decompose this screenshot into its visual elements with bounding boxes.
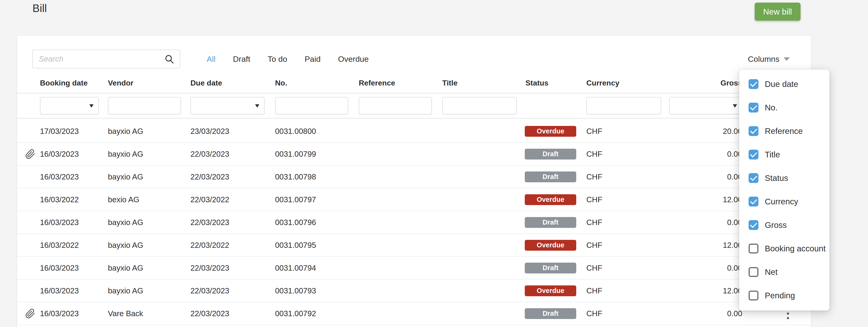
cell-due-date: 22/03/2022 (190, 241, 229, 250)
cell-vendor: bayxio AG (108, 150, 143, 159)
checkbox-icon[interactable] (749, 173, 758, 183)
cell-no: 0031.00798 (275, 172, 316, 182)
cell-currency: CHF (586, 172, 602, 182)
gross-filter-select[interactable] (669, 97, 742, 115)
search-box (32, 50, 180, 68)
reference-filter-input[interactable] (359, 97, 432, 115)
columns-menu-item-title[interactable]: Title (739, 143, 830, 166)
table-row[interactable]: 16/03/2023 bayxio AG 22/03/2023 0031.007… (17, 166, 811, 188)
header-reference: Reference (359, 73, 395, 93)
tab-paid[interactable]: Paid (305, 55, 321, 64)
header-status: Status (525, 73, 549, 93)
vendor-filter-input[interactable] (108, 97, 181, 115)
status-badge: Overdue (525, 194, 576, 205)
table-row[interactable]: 16/03/2023 bayxio AG 22/03/2023 0031.007… (17, 143, 811, 166)
columns-menu-item-label: Reference (765, 126, 803, 136)
checkbox-icon[interactable] (749, 197, 758, 206)
table-row[interactable]: 17/03/2023 bayxio AG 23/03/2023 0031.008… (17, 120, 811, 143)
cell-booking-date: 16/03/2023 (40, 218, 79, 227)
columns-menu-item-due-date[interactable]: Due date (739, 72, 830, 96)
cell-no: 0031.00799 (275, 150, 316, 159)
columns-menu-item-net[interactable]: Net (739, 260, 830, 284)
cell-no: 0031.00797 (275, 195, 316, 204)
chevron-down-icon (255, 104, 259, 107)
table-body: 17/03/2023 bayxio AG 23/03/2023 0031.008… (17, 120, 811, 325)
cell-vendor: bayxio AG (108, 286, 143, 295)
cell-no: 0031.00796 (275, 218, 316, 227)
tab-overdue[interactable]: Overdue (338, 55, 369, 64)
no-filter-input[interactable] (275, 97, 348, 115)
columns-menu-item-label: Title (765, 150, 780, 159)
status-badge: Draft (525, 171, 576, 182)
cell-currency: CHF (586, 195, 602, 204)
header-no: No. (275, 73, 287, 93)
cell-due-date: 22/03/2022 (190, 195, 229, 204)
booking-date-filter-select[interactable] (40, 97, 99, 115)
columns-menu-item-label: Currency (765, 197, 798, 206)
tab-all[interactable]: All (207, 55, 216, 64)
columns-menu-item-gross[interactable]: Gross (739, 213, 830, 237)
cell-currency: CHF (586, 127, 602, 136)
checkbox-icon[interactable] (749, 79, 758, 89)
status-badge: Overdue (525, 126, 576, 137)
cell-booking-date: 16/03/2023 (40, 309, 79, 318)
status-badge: Draft (525, 149, 576, 160)
tab-draft[interactable]: Draft (233, 55, 250, 64)
columns-menu-item-currency[interactable]: Currency (739, 190, 830, 213)
checkbox-icon[interactable] (749, 243, 758, 254)
cell-no: 0031.00800 (275, 127, 316, 136)
new-bill-button[interactable]: New bill (755, 3, 801, 21)
status-tabs: All Draft To do Paid Overdue (207, 50, 386, 68)
cell-no: 0031.00794 (275, 264, 316, 272)
cell-currency: CHF (586, 286, 602, 295)
chevron-down-icon (784, 57, 790, 61)
table-row[interactable]: 16/03/2023 Vare Back 22/03/2023 0031.007… (17, 302, 811, 325)
table-row[interactable]: 16/03/2022 bexio AG 22/03/2022 0031.0079… (17, 188, 811, 211)
filter-row (17, 93, 811, 119)
page-title: Bill (32, 2, 47, 14)
checkbox-icon[interactable] (749, 103, 758, 112)
checkbox-icon[interactable] (749, 267, 758, 277)
status-badge: Draft (525, 217, 576, 228)
search-input[interactable] (33, 50, 180, 68)
cell-booking-date: 17/03/2023 (40, 127, 79, 136)
tab-todo[interactable]: To do (268, 55, 287, 64)
currency-filter-input[interactable] (586, 97, 661, 115)
cell-no: 0031.00792 (275, 309, 316, 318)
columns-menu-item-label: Net (765, 267, 777, 277)
cell-booking-date: 16/03/2023 (40, 286, 79, 295)
status-badge: Overdue (525, 240, 576, 251)
checkbox-icon[interactable] (749, 220, 758, 230)
cell-due-date: 22/03/2023 (190, 172, 229, 182)
title-filter-input[interactable] (442, 97, 517, 115)
table-row[interactable]: 16/03/2022 bayxio AG 22/03/2022 0031.007… (17, 234, 811, 257)
columns-dropdown-trigger[interactable]: Columns (748, 50, 790, 68)
cell-due-date: 22/03/2023 (190, 218, 229, 227)
columns-menu-item-status[interactable]: Status (739, 166, 830, 190)
cell-vendor: bayxio AG (108, 264, 143, 272)
due-date-filter-select[interactable] (190, 97, 265, 115)
header-booking-date: Booking date (40, 73, 88, 93)
cell-vendor: bexio AG (108, 195, 140, 204)
columns-label: Columns (748, 55, 779, 64)
columns-menu-item-pending[interactable]: Pending (739, 284, 830, 307)
cell-due-date: 22/03/2023 (190, 309, 229, 318)
columns-menu-item-booking-account[interactable]: Booking account (739, 237, 830, 260)
search-icon[interactable] (164, 54, 175, 64)
columns-menu-item-label: Booking account (765, 244, 826, 253)
checkbox-icon[interactable] (749, 126, 758, 136)
table-row[interactable]: 16/03/2023 bayxio AG 22/03/2023 0031.007… (17, 257, 811, 280)
checkbox-icon[interactable] (749, 291, 758, 300)
cell-due-date: 22/03/2023 (190, 264, 229, 272)
cell-booking-date: 16/03/2023 (40, 150, 79, 159)
cell-no: 0031.00795 (275, 241, 316, 250)
checkbox-icon[interactable] (749, 150, 758, 160)
table-row[interactable]: 16/03/2023 bayxio AG 22/03/2023 0031.007… (17, 211, 811, 234)
table-header: Booking date Vendor Due date No. Referen… (17, 73, 811, 93)
table-row[interactable]: 16/03/2023 bayxio AG 22/03/2023 0031.007… (17, 280, 811, 302)
columns-menu-item-no[interactable]: No. (739, 96, 830, 119)
columns-menu-item-reference[interactable]: Reference (739, 119, 830, 143)
attachment-icon (25, 149, 35, 159)
cell-due-date: 22/03/2023 (190, 286, 229, 295)
attachment-icon (25, 308, 35, 319)
